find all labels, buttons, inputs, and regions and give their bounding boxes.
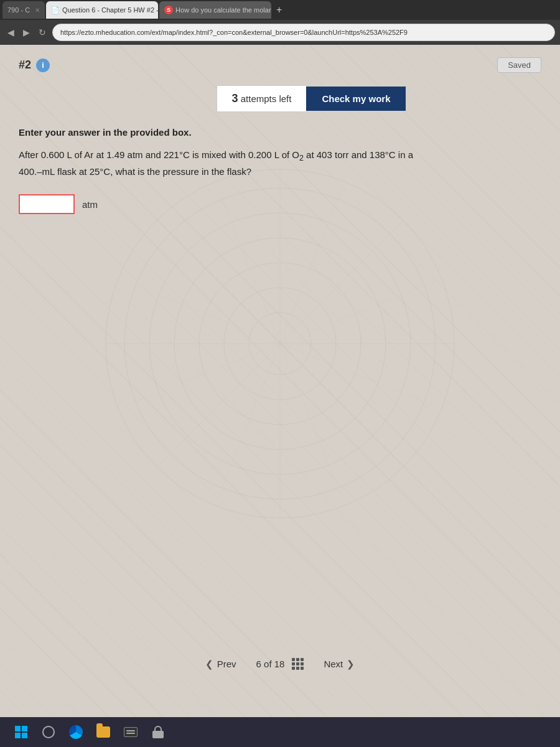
forward-button[interactable]: ▶: [21, 26, 32, 39]
new-tab-button[interactable]: +: [273, 4, 286, 16]
url-text: https://ezto.mheducation.com/ext/map/ind…: [60, 29, 408, 36]
svg-rect-15: [15, 726, 21, 731]
file-explorer-button[interactable]: [92, 721, 114, 743]
prev-arrow-icon: ❮: [205, 659, 213, 670]
current-page: 6 of 18: [256, 659, 285, 669]
svg-point-6: [249, 312, 311, 375]
prev-label: Prev: [217, 659, 236, 669]
bottom-navigation: ❮ Prev 6 of 18 Next ❯: [0, 648, 560, 680]
instruction-text: Enter your answer in the provided box.: [19, 127, 541, 138]
app-icon: [124, 727, 138, 737]
tab-bar: 790 - C ✕ 📄 Question 6 - Chapter 5 HW #2…: [0, 0, 560, 20]
browser-chrome: 790 - C ✕ 📄 Question 6 - Chapter 5 HW #2…: [0, 0, 560, 45]
windows-icon: [15, 726, 27, 738]
tab-how-to[interactable]: S How do you calculate the molar ✕: [159, 1, 271, 19]
question-body: Enter your answer in the provided box. A…: [19, 127, 541, 179]
answer-area: atm: [19, 194, 541, 214]
svg-point-4: [199, 263, 361, 425]
windows-start-button[interactable]: [10, 721, 32, 743]
question-number: #2: [19, 59, 31, 72]
question-line1: After 0.600 L of Ar at 1.49 atm and 221°…: [19, 149, 413, 160]
question-text: After 0.600 L of Ar at 1.49 atm and 221°…: [19, 148, 541, 179]
lock-icon: [152, 726, 164, 738]
tab-page-icon: 📄: [51, 6, 60, 14]
svg-line-13: [218, 188, 342, 499]
saved-badge: Saved: [497, 57, 541, 73]
svg-line-11: [124, 281, 436, 406]
address-input[interactable]: https://ezto.mheducation.com/ext/map/ind…: [52, 24, 555, 41]
lock-button[interactable]: [147, 721, 169, 743]
question-header: #2 i Saved: [19, 57, 541, 73]
svg-line-14: [218, 188, 342, 499]
tab-s-icon: S: [164, 6, 173, 14]
content-area: #2 i Saved 3 attempts left Check my work…: [0, 45, 560, 227]
main-content: #2 i Saved 3 attempts left Check my work…: [0, 45, 560, 717]
tab-question6-label: Question 6 - Chapter 5 HW #2 -: [62, 6, 158, 14]
tab-790[interactable]: 790 - C ✕: [2, 1, 45, 19]
back-button[interactable]: ◀: [5, 26, 17, 39]
page-info: 6 of 18: [256, 658, 304, 670]
search-button[interactable]: [37, 721, 60, 743]
question-number-area: #2 i: [19, 59, 50, 72]
question-line2: 400.–mL flask at 25°C, what is the press…: [19, 166, 251, 177]
info-icon-button[interactable]: i: [36, 59, 50, 72]
svg-rect-17: [15, 733, 21, 738]
next-arrow-icon: ❯: [347, 659, 355, 670]
tab-how-to-label: How do you calculate the molar: [175, 6, 271, 14]
attempts-bar: 3 attempts left Check my work: [81, 85, 541, 112]
subscript-2: 2: [299, 154, 304, 162]
tab-790-close[interactable]: ✕: [35, 7, 40, 14]
svg-line-12: [124, 281, 436, 406]
app-button[interactable]: [119, 721, 142, 743]
refresh-button[interactable]: ↻: [36, 26, 49, 39]
svg-point-5: [224, 288, 336, 400]
svg-point-1: [124, 188, 436, 499]
attempts-left-box: 3 attempts left: [217, 85, 307, 112]
attempts-count: 3: [232, 92, 238, 105]
svg-point-2: [149, 213, 411, 474]
check-my-work-button[interactable]: Check my work: [306, 87, 406, 111]
address-bar-row: ◀ ▶ ↻ https://ezto.mheducation.com/ext/m…: [0, 20, 560, 45]
tab-790-label: 790 - C: [7, 6, 30, 14]
svg-rect-16: [22, 726, 27, 731]
attempts-label: attempts left: [241, 93, 292, 104]
answer-input[interactable]: [19, 194, 75, 214]
prev-button[interactable]: ❮ Prev: [205, 659, 236, 670]
grid-icon[interactable]: [292, 658, 304, 670]
folder-icon: [96, 726, 110, 738]
svg-line-9: [157, 220, 403, 467]
edge-button[interactable]: [65, 721, 87, 743]
svg-line-10: [157, 220, 403, 467]
tab-question6[interactable]: 📄 Question 6 - Chapter 5 HW #2 - ✕: [46, 1, 158, 19]
unit-label: atm: [82, 199, 98, 210]
edge-icon: [69, 725, 83, 739]
svg-point-3: [174, 238, 386, 449]
search-circle-icon: [42, 726, 55, 738]
taskbar: [0, 717, 560, 747]
svg-rect-18: [22, 733, 27, 738]
next-button[interactable]: Next ❯: [324, 659, 355, 670]
next-label: Next: [324, 659, 343, 669]
